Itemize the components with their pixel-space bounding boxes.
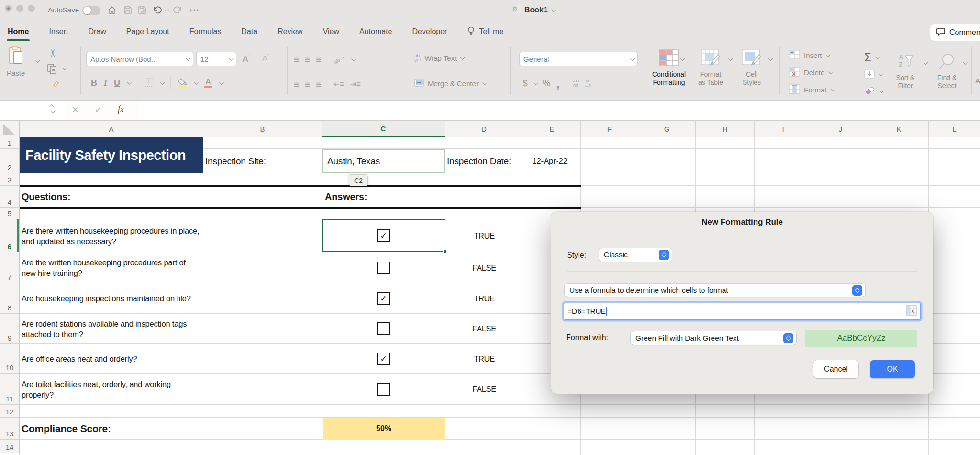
tab-developer[interactable]: Developer — [412, 27, 447, 36]
column-header-b[interactable]: B — [203, 121, 322, 137]
orientation-button orientation-icon[interactable]: ab→ — [333, 53, 346, 66]
column-header-a[interactable]: A — [20, 121, 203, 137]
delete-cells-button[interactable]: Delete — [789, 67, 832, 78]
answer-cell-row11[interactable]: FALSE — [445, 374, 523, 405]
row-header-7[interactable]: 7 — [0, 252, 20, 283]
format-as-table-button[interactable]: Formatas Table — [693, 49, 728, 87]
format-cells-button[interactable]: Format — [789, 84, 834, 95]
question-text-row10[interactable]: Are office areas neat and orderly? — [22, 344, 201, 374]
select-all-corner[interactable] — [0, 121, 20, 137]
more-icon[interactable]: ⋯ — [189, 4, 200, 15]
copy-button copy-icon[interactable] — [47, 63, 57, 76]
undo-icon[interactable] — [152, 5, 162, 15]
conditional-formatting-button[interactable]: ConditionalFormatting — [651, 49, 687, 87]
find-select-button[interactable]: Find &Select — [932, 53, 962, 90]
copy-menu-chevron-icon[interactable] — [62, 66, 67, 70]
clear-button[interactable] — [864, 86, 883, 96]
borders-button borders-icon[interactable] — [144, 78, 154, 89]
autosum-button[interactable]: Σ — [864, 51, 879, 64]
tab-insert[interactable]: Insert — [49, 27, 68, 36]
format-with-select[interactable]: Green Fill with Dark Green Text — [631, 331, 796, 345]
checkbox-row8-checked[interactable]: ✓ — [377, 292, 390, 305]
currency-button[interactable]: $ — [523, 78, 528, 89]
row-header-14[interactable]: 14 — [0, 440, 20, 453]
cell-d2-date-label[interactable]: Inspection Date: — [447, 149, 523, 173]
align-top-button[interactable]: ≡ — [294, 55, 299, 64]
increase-font-button[interactable]: Aˆ — [242, 54, 250, 65]
row-header-12[interactable]: 12 — [0, 405, 20, 418]
column-header-k[interactable]: K — [869, 121, 929, 137]
answer-cell-row6[interactable]: TRUE — [445, 219, 523, 252]
autosave-toggle[interactable] — [82, 6, 100, 15]
bold-button[interactable]: B — [91, 78, 97, 88]
row-header-5[interactable]: 5 — [0, 208, 20, 219]
tab-formulas[interactable]: Formulas — [189, 27, 222, 36]
close-icon[interactable] — [5, 5, 12, 12]
align-right-button[interactable]: ≡ — [316, 80, 321, 89]
cell-e2-date-value[interactable]: 12-Apr-22 — [532, 149, 581, 173]
column-header-i[interactable]: I — [755, 121, 812, 137]
format-as-table-chevron-icon[interactable] — [728, 56, 733, 61]
tell-me-button[interactable]: Tell me — [467, 26, 503, 37]
percent-button[interactable]: % — [543, 78, 551, 89]
confirm-entry-icon[interactable]: ✓ — [95, 105, 101, 115]
tab-automate[interactable]: Automate — [359, 27, 392, 36]
increase-indent-button[interactable]: ⇥≡ — [350, 80, 361, 88]
cell-c4-answers-header[interactable]: Answers: — [325, 186, 367, 208]
column-header-d[interactable]: D — [445, 121, 523, 137]
save-as-icon[interactable] — [138, 6, 146, 14]
analyze-data-button-partial[interactable]: A — [975, 77, 980, 85]
row-header-4[interactable]: 4 — [0, 186, 20, 208]
format-painter-button format-painter-icon[interactable] — [48, 80, 59, 92]
question-text-row6[interactable]: Are there written housekeeping procedure… — [22, 219, 201, 252]
underline-menu-chevron-icon[interactable] — [127, 80, 132, 85]
cancel-entry-icon[interactable]: ✕ — [72, 105, 78, 115]
column-header-g[interactable]: G — [638, 121, 696, 137]
range-picker-icon[interactable] — [906, 305, 917, 318]
row-header-3[interactable]: 3 — [0, 173, 20, 186]
column-header-e[interactable]: E — [523, 121, 581, 137]
tab-home[interactable]: Home — [8, 27, 29, 36]
row-header-11[interactable]: 11 — [0, 374, 20, 405]
row-header-9[interactable]: 9 — [0, 314, 20, 344]
zoom-icon[interactable] — [28, 5, 35, 12]
column-header-c[interactable]: C — [322, 121, 445, 137]
question-text-row9[interactable]: Are rodent stations available and inspec… — [22, 314, 201, 344]
question-text-row7[interactable]: Are the written housekeeping procedures … — [22, 252, 201, 283]
align-left-button[interactable]: ≡ — [294, 80, 299, 89]
minimize-icon[interactable] — [16, 5, 23, 12]
answer-cell-row7[interactable]: FALSE — [445, 252, 523, 283]
workbook-title[interactable]: Book1 — [524, 6, 548, 14]
fill-button[interactable] — [864, 69, 882, 80]
redo-icon[interactable] — [173, 5, 183, 15]
insert-cells-button[interactable]: Insert — [789, 50, 829, 61]
row-header-2[interactable]: 2 — [0, 149, 20, 173]
cell-b2-site-label[interactable]: Inspection Site: — [205, 149, 322, 173]
column-header-j[interactable]: J — [812, 121, 869, 137]
borders-menu-chevron-icon[interactable] — [160, 80, 165, 85]
cell-a1-title[interactable]: Facility Safety Inspection — [20, 137, 203, 173]
question-text-row8[interactable]: Are housekeeping inspections maintained … — [22, 283, 201, 314]
row-header-10[interactable]: 10 — [0, 344, 20, 374]
decrease-decimal-button[interactable]: .00→0 — [584, 79, 591, 88]
row-header-13[interactable]: 13 — [0, 418, 20, 440]
font-color-menu-chevron-icon[interactable] — [219, 80, 224, 85]
column-header-f[interactable]: F — [581, 121, 638, 137]
workbook-menu-chevron-icon[interactable] — [551, 7, 556, 12]
tab-page-layout[interactable]: Page Layout — [126, 27, 169, 36]
font-color-button font-color-icon[interactable]: A — [204, 78, 212, 88]
increase-decimal-button decimal-icons[interactable]: ←0.00 — [572, 79, 579, 88]
name-box-stepper[interactable] — [51, 104, 54, 113]
undo-menu-chevron-icon[interactable] — [165, 7, 169, 12]
cell-c2-site-value[interactable]: Austin, Texas — [322, 149, 445, 173]
paste-menu-chevron-icon[interactable] — [35, 58, 40, 63]
find-select-chevron-icon[interactable] — [963, 60, 968, 65]
comma-style-button[interactable]: , — [556, 81, 559, 86]
align-center-button[interactable]: ≡ — [305, 80, 310, 89]
question-text-row11[interactable]: Are toilet facilities neat, orderly, and… — [22, 374, 201, 405]
decrease-font-button[interactable]: Aˇ — [262, 54, 269, 64]
style-select[interactable]: Classic — [599, 248, 672, 262]
font-size-select[interactable]: 12 — [196, 52, 236, 66]
cell-styles-button[interactable]: CellStyles — [735, 49, 768, 87]
answer-cell-row9[interactable]: FALSE — [445, 314, 523, 344]
